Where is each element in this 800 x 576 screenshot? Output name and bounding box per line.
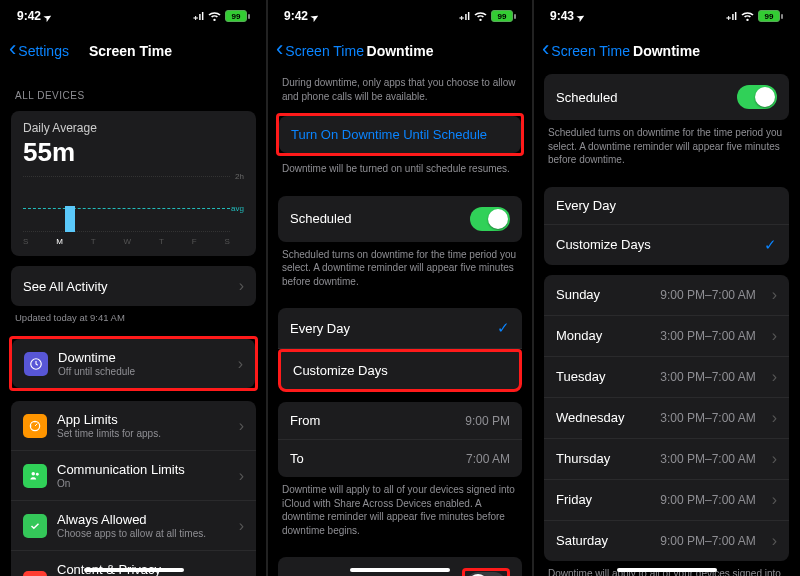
day-name: Thursday xyxy=(556,451,610,466)
customize-days-label: Customize Days xyxy=(556,237,651,252)
home-indicator[interactable] xyxy=(350,568,450,572)
day-range: 3:00 PM–7:00 AM xyxy=(660,452,755,466)
scheduled-toggle[interactable] xyxy=(737,85,777,109)
customize-days-row[interactable]: Customize Days xyxy=(278,349,522,392)
svg-point-3 xyxy=(36,473,39,476)
day-row-sunday[interactable]: Sunday9:00 PM–7:00 AM xyxy=(544,275,789,316)
day-name: Sunday xyxy=(556,287,600,302)
location-icon xyxy=(311,9,319,23)
checkmark-icon xyxy=(764,236,777,254)
time-desc: Downtime will apply to all of your devic… xyxy=(268,477,532,547)
day-range: 9:00 PM–7:00 AM xyxy=(660,493,755,507)
customize-days-label: Customize Days xyxy=(293,363,388,378)
chevron-right-icon xyxy=(772,532,777,550)
chevron-right-icon xyxy=(772,491,777,509)
updated-label: Updated today at 9:41 AM xyxy=(1,306,266,330)
intro-text: During downtime, only apps that you choo… xyxy=(268,70,532,113)
block-toggle[interactable] xyxy=(466,572,506,576)
scheduled-label: Scheduled xyxy=(290,211,351,226)
every-day-label: Every Day xyxy=(556,198,616,213)
axis-label-avg: avg xyxy=(231,204,244,213)
content-privacy-icon xyxy=(23,571,47,576)
chevron-right-icon xyxy=(772,450,777,468)
customize-days-row[interactable]: Customize Days xyxy=(544,225,789,265)
every-day-row[interactable]: Every Day xyxy=(544,187,789,225)
day-range: 3:00 PM–7:00 AM xyxy=(660,370,755,384)
downtime-customize-screen: 9:43 ₊ıl 99 Screen Time Downtime Schedul… xyxy=(533,0,799,576)
nav-bar: Screen Time Downtime xyxy=(534,32,799,70)
turn-on-downtime-row[interactable]: Turn On Downtime Until Schedule xyxy=(279,116,521,153)
axis-label-2h: 2h xyxy=(235,172,244,181)
chevron-right-icon xyxy=(772,286,777,304)
turn-on-desc: Downtime will be turned on until schedul… xyxy=(268,156,532,186)
section-header-devices: ALL DEVICES xyxy=(1,70,266,107)
chevron-right-icon xyxy=(239,467,244,485)
downtime-icon xyxy=(24,352,48,376)
communication-limits-row[interactable]: Communication LimitsOn xyxy=(11,451,256,501)
day-row-wednesday[interactable]: Wednesday3:00 PM–7:00 AM xyxy=(544,398,789,439)
day-row-monday[interactable]: Monday3:00 PM–7:00 AM xyxy=(544,316,789,357)
day-row-friday[interactable]: Friday9:00 PM–7:00 AM xyxy=(544,480,789,521)
checkmark-icon xyxy=(497,319,510,337)
usage-chart: 2h avg SMTWTFS xyxy=(23,176,244,246)
day-range: 3:00 PM–7:00 AM xyxy=(660,329,755,343)
block-at-downtime-row[interactable]: Block at Downtime xyxy=(278,557,522,576)
day-name: Tuesday xyxy=(556,369,605,384)
day-row-saturday[interactable]: Saturday9:00 PM–7:00 AM xyxy=(544,521,789,561)
usage-card[interactable]: Daily Average 55m 2h avg SMTWTFS xyxy=(11,111,256,256)
screen-time-screen: 9:42 ₊ıl 99 Settings Screen Time ALL DEV… xyxy=(1,0,267,576)
wifi-icon xyxy=(741,11,754,21)
scheduled-toggle[interactable] xyxy=(470,207,510,231)
scheduled-row[interactable]: Scheduled xyxy=(544,74,789,120)
battery-icon: 99 xyxy=(758,10,783,22)
signal-icon: ₊ıl xyxy=(193,11,204,22)
back-button[interactable]: Settings xyxy=(9,43,69,59)
chevron-left-icon xyxy=(9,43,16,59)
content-privacy-row[interactable]: Content & Privacy RestrictionsBlock inap… xyxy=(11,551,256,576)
always-allowed-row[interactable]: Always AllowedChoose apps to allow at al… xyxy=(11,501,256,551)
scheduled-row[interactable]: Scheduled xyxy=(278,196,522,242)
day-row-tuesday[interactable]: Tuesday3:00 PM–7:00 AM xyxy=(544,357,789,398)
signal-icon: ₊ıl xyxy=(726,11,737,22)
day-name: Monday xyxy=(556,328,602,343)
downtime-row[interactable]: DowntimeOff until schedule xyxy=(12,339,255,388)
scheduled-desc: Scheduled turns on downtime for the time… xyxy=(534,120,799,177)
see-all-activity-row[interactable]: See All Activity xyxy=(11,266,256,306)
app-limits-row[interactable]: App LimitsSet time limits for apps. xyxy=(11,401,256,451)
status-time: 9:42 xyxy=(17,9,41,23)
location-icon xyxy=(577,9,585,23)
chevron-right-icon xyxy=(772,327,777,345)
chevron-right-icon xyxy=(772,409,777,427)
page-title: Screen Time xyxy=(89,43,172,59)
always-allowed-icon xyxy=(23,514,47,538)
day-schedule-list: Sunday9:00 PM–7:00 AMMonday3:00 PM–7:00 … xyxy=(534,275,799,561)
downtime-screen: 9:42 ₊ıl 99 Screen Time Downtime During … xyxy=(267,0,533,576)
chevron-right-icon xyxy=(239,517,244,535)
page-title: Downtime xyxy=(268,43,532,59)
from-value: 9:00 PM xyxy=(465,414,510,428)
to-row[interactable]: To 7:00 AM xyxy=(278,440,522,477)
page-title: Downtime xyxy=(534,43,799,59)
home-indicator[interactable] xyxy=(617,568,717,572)
day-name: Wednesday xyxy=(556,410,624,425)
status-time: 9:42 xyxy=(284,9,308,23)
day-range: 3:00 PM–7:00 AM xyxy=(660,411,755,425)
svg-point-2 xyxy=(32,472,36,476)
chevron-right-icon xyxy=(238,355,243,373)
battery-icon: 99 xyxy=(225,10,250,22)
every-day-row[interactable]: Every Day xyxy=(278,308,522,349)
day-axis: SMTWTFS xyxy=(23,237,230,246)
day-name: Saturday xyxy=(556,533,608,548)
from-row[interactable]: From 9:00 PM xyxy=(278,402,522,440)
home-indicator[interactable] xyxy=(84,568,184,572)
from-label: From xyxy=(290,413,320,428)
daily-average-label: Daily Average xyxy=(23,121,244,135)
day-row-thursday[interactable]: Thursday3:00 PM–7:00 AM xyxy=(544,439,789,480)
bar-monday xyxy=(65,206,75,232)
nav-bar: Settings Screen Time xyxy=(1,32,266,70)
scheduled-desc: Scheduled turns on downtime for the time… xyxy=(268,242,532,299)
chevron-right-icon xyxy=(239,417,244,435)
status-bar: 9:43 ₊ıl 99 xyxy=(534,0,799,32)
back-label: Settings xyxy=(18,43,69,59)
app-limits-icon xyxy=(23,414,47,438)
